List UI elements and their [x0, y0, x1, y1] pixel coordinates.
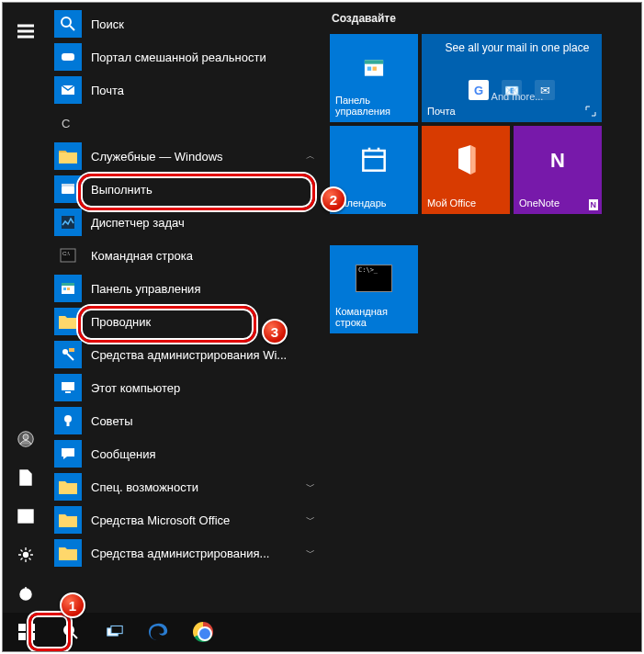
tile-mail-wide[interactable]: See all your mail in one place G 📧 ✉ And… — [422, 34, 602, 122]
app-label: Сообщения — [91, 447, 324, 461]
cmd-icon: C:\ — [54, 242, 82, 269]
pictures-button[interactable] — [3, 497, 49, 536]
svg-rect-21 — [65, 391, 71, 393]
app-messages[interactable]: Сообщения — [49, 437, 324, 470]
taskbar-chrome-button[interactable] — [181, 613, 225, 651]
tile-text-more: And more... — [427, 91, 607, 102]
calendar-icon — [360, 146, 388, 175]
svg-point-22 — [64, 415, 72, 423]
app-list: Поиск Портал смешанной реальности Почта … — [49, 3, 324, 613]
app-mail[interactable]: Почта — [49, 73, 324, 107]
app-mixed-reality[interactable]: Портал смешанной реальности — [49, 40, 324, 73]
search-icon — [54, 10, 82, 38]
start-button[interactable] — [5, 613, 49, 651]
svg-rect-19 — [69, 348, 74, 352]
tile-onenote[interactable]: N OneNote N — [514, 126, 602, 214]
tile-command-prompt[interactable]: C:\>_ Командная строка — [330, 245, 418, 333]
tile-text-top: See all your mail in one place — [427, 41, 607, 54]
app-label: Этот компьютер — [91, 381, 324, 395]
svg-rect-31 — [18, 633, 26, 640]
tile-label: OneNote — [519, 197, 596, 209]
svg-rect-35 — [111, 626, 122, 633]
svg-rect-23 — [67, 423, 70, 426]
svg-rect-28 — [363, 151, 384, 171]
svg-rect-29 — [18, 624, 26, 631]
tile-my-office[interactable]: Мой Office — [422, 126, 510, 214]
chrome-icon — [193, 622, 213, 642]
tiles-area: Создавайте Панель управления See all you… — [324, 3, 641, 613]
chevron-down-icon: ﹀ — [306, 513, 324, 526]
mr-icon — [54, 43, 82, 71]
pc-icon — [54, 374, 82, 401]
app-label: Командная строка — [91, 249, 324, 263]
svg-rect-26 — [367, 67, 371, 71]
app-label: Средства Microsoft Office — [91, 513, 297, 527]
svg-rect-16 — [63, 288, 66, 290]
svg-point-6 — [62, 17, 71, 27]
run-icon — [54, 175, 82, 203]
start-rail — [3, 3, 49, 613]
taskbar — [3, 613, 641, 651]
folder-system-windows[interactable]: Служебные — Windows ︿ — [49, 140, 324, 173]
tile-label: Командная строка — [335, 306, 412, 328]
svg-rect-9 — [62, 186, 74, 194]
section-letter[interactable]: С — [49, 107, 324, 140]
hamburger-button[interactable] — [3, 12, 49, 51]
power-button[interactable] — [3, 574, 49, 613]
tile-label: Календарь — [335, 197, 412, 209]
app-explorer[interactable]: Проводник — [49, 305, 324, 338]
taskbar-edge-button[interactable] — [137, 613, 181, 651]
tile-group-title[interactable]: Создавайте — [332, 12, 641, 25]
app-label: Почта — [91, 84, 324, 97]
app-this-pc[interactable]: Этот компьютер — [49, 371, 324, 404]
svg-rect-27 — [373, 67, 377, 71]
tips-icon — [54, 407, 82, 434]
app-command-prompt[interactable]: C:\ Командная строка — [49, 239, 324, 272]
settings-button[interactable] — [3, 536, 49, 574]
cpanel-icon — [360, 56, 388, 82]
svg-rect-17 — [67, 288, 70, 290]
tile-calendar[interactable]: Календарь — [330, 126, 418, 214]
app-label: Поиск — [91, 17, 324, 31]
app-tips[interactable]: Советы — [49, 404, 324, 437]
mail-icon — [54, 76, 82, 104]
taskmgr-icon — [54, 209, 82, 236]
app-label: Советы — [91, 414, 324, 428]
svg-rect-10 — [62, 184, 74, 186]
start-menu: Поиск Портал смешанной реальности Почта … — [3, 3, 641, 613]
svg-rect-15 — [62, 283, 74, 286]
folder-admin-tools[interactable]: Средства администрирования... ﹀ — [49, 536, 324, 569]
app-label: Спец. возможности — [91, 480, 297, 494]
explorer-icon — [54, 308, 82, 335]
tile-control-panel[interactable]: Панель управления — [330, 34, 418, 122]
svg-rect-30 — [28, 624, 35, 631]
app-label: Средства администрирования Wi... — [91, 348, 324, 362]
onenote-badge-icon: N — [589, 199, 599, 210]
app-label: Средства администрирования... — [91, 547, 297, 560]
expand-icon — [585, 106, 596, 117]
folder-icon — [54, 539, 82, 567]
svg-point-33 — [64, 626, 73, 635]
svg-rect-20 — [62, 382, 74, 390]
cmd-icon: C:\>_ — [356, 265, 392, 292]
chevron-down-icon: ﹀ — [306, 480, 324, 493]
svg-text:C:\: C:\ — [62, 251, 70, 256]
app-control-panel[interactable]: Панель управления — [49, 272, 324, 305]
app-task-manager[interactable]: Диспетчер задач — [49, 206, 324, 239]
svg-rect-25 — [365, 61, 383, 64]
tile-label: Мой Office — [427, 197, 504, 209]
app-admin-tools[interactable]: Средства администрирования Wi... — [49, 338, 324, 371]
tile-label: Почта — [427, 106, 596, 117]
app-run[interactable]: Выполнить — [49, 173, 324, 206]
documents-button[interactable] — [3, 458, 49, 497]
user-account-button[interactable] — [3, 420, 49, 458]
chevron-up-icon: ︿ — [306, 150, 324, 163]
messages-icon — [54, 440, 82, 468]
folder-accessibility[interactable]: Спец. возможности ﹀ — [49, 470, 324, 503]
app-search[interactable]: Поиск — [49, 7, 324, 40]
folder-office-tools[interactable]: Средства Microsoft Office ﹀ — [49, 503, 324, 536]
taskbar-taskview-button[interactable] — [93, 613, 137, 651]
folder-icon — [54, 142, 82, 170]
taskbar-search-button[interactable] — [49, 613, 93, 651]
svg-rect-32 — [28, 633, 35, 640]
